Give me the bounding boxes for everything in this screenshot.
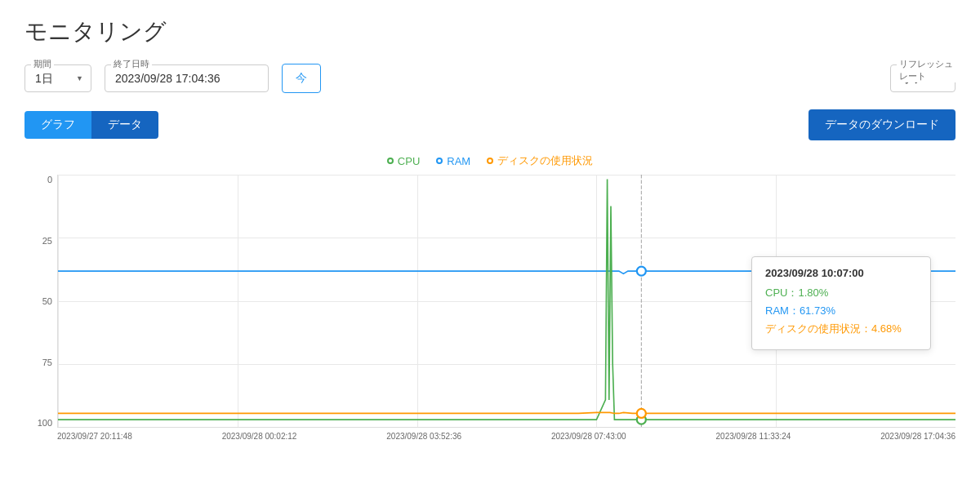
y-100: 100 (24, 418, 52, 428)
tooltip-box: 2023/09/28 10:07:00 CPU：1.80% RAM：61.73%… (751, 256, 931, 350)
tab-graph[interactable]: グラフ (24, 111, 91, 139)
page-title: モニタリング (24, 16, 956, 47)
tooltip-disk-value: 4.68% (871, 322, 902, 335)
tabs-row: グラフ データ データのダウンロード (24, 109, 956, 140)
legend-ram-dot (436, 158, 443, 164)
x-label-0: 2023/09/27 20:11:48 (57, 432, 132, 441)
legend-cpu: CPU (387, 153, 420, 168)
chart-area: 100 75 50 25 0 (24, 175, 956, 452)
chart-container: CPU RAM ディスクの使用状況 100 75 50 25 0 (24, 153, 956, 464)
tabs-container: グラフ データ (24, 111, 158, 139)
end-time-field: 終了日時 (105, 64, 269, 92)
tooltip-ram-label: RAM： (765, 304, 800, 317)
tab-data[interactable]: データ (91, 111, 158, 139)
disk-line (58, 412, 956, 413)
legend-ram-label: RAM (447, 155, 470, 167)
end-time-label: 終了日時 (111, 58, 152, 70)
x-axis: 2023/09/27 20:11:48 2023/09/28 00:02:12 … (57, 428, 956, 452)
legend-disk-label: ディスクの使用状況 (497, 153, 593, 168)
chart-plot: 2023/09/28 10:07:00 CPU：1.80% RAM：61.73%… (57, 175, 956, 428)
disk-dot (637, 409, 646, 418)
tooltip-time: 2023/09/28 10:07:00 (765, 267, 917, 279)
x-label-1: 2023/09/28 00:02:12 (222, 432, 297, 441)
y-axis: 100 75 50 25 0 (24, 175, 57, 428)
tooltip-cpu-value: 1.80% (798, 287, 828, 299)
x-label-5: 2023/09/28 17:04:36 (880, 432, 956, 441)
refresh-field: リフレッシュレート オフ 10秒 30秒 1分 (890, 64, 956, 92)
chart-legend: CPU RAM ディスクの使用状況 (24, 153, 956, 168)
y-50: 50 (24, 296, 52, 306)
x-label-4: 2023/09/28 11:33:24 (716, 432, 791, 441)
period-field: 期間 1日 1時間 6時間 7日 30日 (24, 64, 91, 92)
tooltip-cpu-row: CPU：1.80% (765, 286, 917, 300)
ram-dot (637, 267, 646, 276)
tooltip-cpu-label: CPU： (765, 287, 798, 299)
download-button[interactable]: データのダウンロード (808, 109, 956, 140)
y-25: 25 (24, 236, 52, 246)
x-label-2: 2023/09/28 03:52:36 (386, 432, 461, 441)
x-label-3: 2023/09/28 07:43:00 (551, 432, 626, 441)
controls-row: 期間 1日 1時間 6時間 7日 30日 終了日時 今 リフレッシュレート オフ… (24, 64, 956, 93)
legend-ram: RAM (436, 153, 470, 168)
tooltip-disk-row: ディスクの使用状況：4.68% (765, 322, 917, 336)
tooltip-ram-value: 61.73% (800, 304, 835, 317)
y-0: 0 (24, 175, 52, 184)
tooltip-disk-label: ディスクの使用状況： (765, 322, 871, 335)
period-label: 期間 (31, 58, 54, 70)
y-75: 75 (24, 358, 52, 367)
now-button[interactable]: 今 (282, 64, 321, 93)
tooltip-ram-row: RAM：61.73% (765, 304, 917, 318)
legend-disk-dot (487, 158, 493, 164)
legend-disk: ディスクの使用状況 (487, 153, 593, 168)
legend-cpu-label: CPU (398, 155, 420, 167)
refresh-label: リフレッシュレート (897, 58, 956, 82)
legend-cpu-dot (387, 158, 394, 164)
